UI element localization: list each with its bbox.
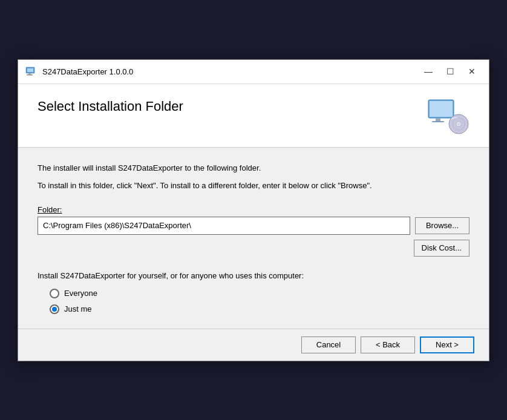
folder-input-row: Browse...	[38, 217, 469, 235]
window-title: S247DataExporter 1.0.0.0	[42, 67, 419, 76]
svg-rect-2	[28, 73, 31, 74]
svg-rect-5	[430, 101, 453, 117]
header-section: Select Installation Folder	[18, 84, 489, 147]
page-title: Select Installation Folder	[38, 99, 183, 114]
maximize-button[interactable]: ☐	[440, 64, 460, 79]
svg-point-11	[457, 123, 460, 125]
installer-window: S247DataExporter 1.0.0.0 — ☐ ✕ Select In…	[18, 59, 489, 361]
install-for-label: Install S247DataExporter for yourself, o…	[38, 271, 469, 280]
svg-rect-1	[27, 68, 33, 72]
radio-just-me-label: Just me	[64, 304, 92, 313]
footer: Cancel < Back Next >	[18, 329, 489, 361]
svg-rect-6	[436, 118, 440, 121]
folder-label: Folder:	[38, 205, 62, 214]
description-line2: To install in this folder, click "Next".…	[38, 180, 469, 192]
install-for-section: Install S247DataExporter for yourself, o…	[38, 271, 469, 314]
radio-just-me[interactable]: Just me	[50, 304, 469, 314]
radio-everyone-label: Everyone	[64, 289, 97, 298]
disk-cost-row: Disk Cost...	[38, 240, 469, 257]
window-controls: — ☐ ✕	[419, 64, 482, 79]
svg-rect-3	[27, 74, 33, 76]
app-icon	[25, 65, 38, 77]
header-icon	[427, 99, 469, 135]
radio-everyone-indicator	[50, 289, 59, 298]
folder-input[interactable]	[38, 217, 410, 235]
radio-group: Everyone Just me	[38, 289, 469, 314]
cancel-button[interactable]: Cancel	[301, 336, 356, 353]
main-content: The installer will install S247DataExpor…	[18, 148, 489, 329]
title-bar: S247DataExporter 1.0.0.0 — ☐ ✕	[18, 60, 489, 84]
back-button[interactable]: < Back	[361, 336, 415, 353]
minimize-button[interactable]: —	[419, 64, 438, 79]
disk-cost-button[interactable]: Disk Cost...	[414, 240, 469, 257]
close-button[interactable]: ✕	[462, 64, 482, 79]
browse-button[interactable]: Browse...	[415, 217, 469, 234]
radio-everyone[interactable]: Everyone	[50, 289, 469, 298]
folder-section: Folder: Browse... Disk Cost...	[38, 204, 469, 257]
description-line1: The installer will install S247DataExpor…	[38, 162, 469, 174]
radio-just-me-selected	[52, 307, 57, 312]
radio-just-me-indicator	[50, 304, 59, 314]
svg-rect-7	[432, 121, 444, 122]
next-button[interactable]: Next >	[420, 336, 474, 353]
